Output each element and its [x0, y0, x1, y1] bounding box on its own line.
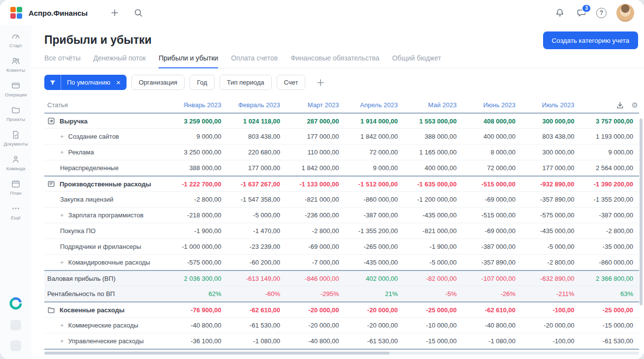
cell-value: -1 900,00 — [404, 243, 463, 250]
table-row[interactable]: Косвенные расходы-76 900,00-62 610,00-20… — [44, 301, 639, 317]
row-label: Выручка — [44, 117, 168, 125]
column-header-month: Июнь 2023 — [463, 101, 522, 109]
cell-value: 1 193 000,00 — [580, 133, 640, 140]
cell-value: -211% — [521, 290, 580, 298]
cell-value: -1 000 000,00 — [168, 243, 227, 250]
table-row[interactable]: Рентабельность по ВП62%-60%-295%21%-5%-2… — [44, 286, 639, 301]
sidebar-item-more[interactable]: Ещё — [4, 204, 28, 220]
table-row[interactable]: Подрядчики и фрилансеры-1 000 000,00-23 … — [44, 239, 639, 254]
topbar: Аспро.Финансы 3 ? — [0, 0, 644, 26]
row-label: +Зарплата программистов — [44, 211, 168, 219]
table-row[interactable]: +Зарплата программистов-218 000,00-5 000… — [44, 207, 639, 223]
cell-value: -23 239,00 — [227, 243, 287, 250]
add-icon[interactable] — [108, 6, 121, 19]
table-row[interactable]: Валовая прибыль (ВП)2 036 300,00-613 149… — [44, 270, 639, 286]
sidebar-item-label: План — [10, 190, 22, 196]
cell-value: -5 000,00 — [227, 211, 287, 219]
expand-plus-icon[interactable]: + — [60, 211, 64, 219]
row-label: Подрядчики и фрилансеры — [44, 243, 168, 250]
cell-value: -25 000,00 — [580, 306, 640, 314]
expand-plus-icon[interactable]: + — [60, 337, 64, 345]
table-row[interactable]: +Реклама3 250 000,00220 680,00110 000,00… — [44, 144, 639, 160]
tab-invoice-payments[interactable]: Оплата счетов — [231, 51, 278, 68]
table-row[interactable]: +Создание сайтов9 000,00803 438,00177 00… — [44, 128, 639, 144]
tab-general-budget[interactable]: Общий бюджет — [392, 51, 441, 68]
search-icon[interactable] — [132, 6, 145, 19]
aspro-logo-icon[interactable] — [10, 6, 23, 19]
notification-badge: 3 — [581, 4, 591, 13]
sidebar-item-documents[interactable]: Документы — [4, 130, 28, 147]
cell-value: -10 000,00 — [404, 322, 463, 329]
sidebar-item-team[interactable]: Команда — [4, 154, 28, 171]
row-name: Подрядчики и фрилансеры — [60, 243, 141, 250]
app-shortcut-icon-2[interactable] — [10, 340, 21, 351]
sidebar-item-projects[interactable]: Проекты — [4, 105, 28, 122]
tab-all-reports[interactable]: Все отчёты — [44, 51, 80, 68]
row-label: Производственные расходы — [44, 180, 168, 188]
chat-icon[interactable]: 3 — [577, 8, 586, 18]
horizontal-scrollbar[interactable] — [44, 352, 639, 355]
expand-plus-icon[interactable]: + — [60, 259, 64, 266]
avatar[interactable] — [616, 4, 634, 22]
table-row[interactable]: Нераспределенные388 000,00177 000,001 84… — [44, 160, 639, 176]
revenue-group-icon — [47, 117, 55, 125]
sidebar-item-operations[interactable]: Операции — [4, 81, 28, 97]
cell-value: 803 438,00 — [521, 133, 580, 140]
row-label: Валовая прибыль (ВП) — [44, 275, 168, 282]
row-name: Нераспределенные — [60, 164, 119, 172]
table-row[interactable]: +Управленческие расходы-36 100,00-1 080,… — [44, 333, 639, 349]
cell-value: 803 438,00 — [227, 133, 287, 140]
cell-value: -575 000,00 — [168, 259, 227, 266]
filter-chip-organization[interactable]: Организация — [131, 75, 185, 90]
report-tabs: Все отчётыДенежный потокПрибыли и убытки… — [32, 51, 644, 68]
expand-plus-icon[interactable]: + — [60, 149, 64, 156]
table-row[interactable]: Производственные расходы-1 222 700,00-1 … — [44, 176, 639, 191]
help-icon[interactable]: ? — [596, 8, 607, 18]
vertical-scrollbar[interactable] — [640, 119, 643, 305]
table-row[interactable]: Покупка ПО-1 900,00-1 470,00-2 800,00-1 … — [44, 223, 639, 239]
table-row[interactable]: Закупка лицензий-2 800,00-1 547 358,00-8… — [44, 191, 639, 207]
table-row[interactable]: Выручка3 259 000,001 024 118,00287 000,0… — [44, 113, 639, 128]
expand-plus-icon[interactable]: + — [60, 133, 64, 140]
cell-value: -860 000,00 — [345, 196, 404, 203]
filter-chip-account[interactable]: Счет — [277, 75, 306, 90]
app-shortcut-icon-1[interactable] — [10, 320, 21, 330]
add-filter-icon[interactable] — [313, 78, 328, 88]
cell-value: -40 800,00 — [286, 337, 345, 345]
sidebar-item-plan[interactable]: План — [4, 179, 28, 196]
cell-value: -515 000,00 — [463, 180, 522, 188]
cell-value: 9 000,00 — [168, 133, 227, 140]
cell-value: -357 890,00 — [463, 259, 522, 266]
column-header-article: Статья — [44, 101, 168, 109]
settings-gear-icon[interactable]: ⚙ — [632, 101, 638, 109]
filter-close-icon[interactable]: × — [114, 78, 127, 87]
cell-value: -62 610,00 — [463, 306, 522, 314]
cell-value: -932 890,00 — [521, 180, 580, 188]
cell-value: -218 000,00 — [168, 211, 227, 219]
default-filter-chip[interactable]: По умолчанию × — [44, 75, 127, 90]
bell-icon[interactable] — [553, 6, 567, 20]
tab-financial-obligations[interactable]: Финансовые обязательства — [290, 51, 379, 68]
table-row[interactable]: +Командировочные расходы-575 000,00-60 2… — [44, 254, 639, 270]
cell-value: -7 000,00 — [286, 259, 345, 266]
expand-plus-icon[interactable]: + — [60, 322, 64, 329]
cell-value: -15 000,00 — [404, 337, 463, 345]
tab-profit-loss[interactable]: Прибыли и убытки — [159, 51, 218, 68]
filter-chip-year[interactable]: Год — [190, 75, 215, 90]
sidebar-item-start[interactable]: Старт — [4, 31, 28, 48]
cell-value: -82 000,00 — [404, 275, 463, 282]
tab-cash-flow[interactable]: Денежный поток — [93, 51, 146, 68]
sidebar-item-label: Команда — [6, 166, 26, 171]
download-icon[interactable] — [616, 101, 624, 109]
cell-value: -100,00 — [521, 337, 580, 345]
cell-value: -1 547 358,00 — [227, 196, 287, 203]
cell-value: -15 000,00 — [580, 322, 640, 329]
create-category-button[interactable]: Создать категорию учета — [543, 31, 638, 49]
cell-value: -69 000,00 — [463, 227, 522, 235]
cell-value: 300 000,00 — [521, 149, 580, 156]
table-row[interactable]: +Коммерческие расходы-40 800,00-61 530,0… — [44, 317, 639, 333]
sidebar-item-clients[interactable]: Клиенты — [4, 56, 28, 73]
horizontal-scrollbar-thumb[interactable] — [44, 352, 389, 355]
aspro-cloud-logo-icon[interactable] — [9, 297, 22, 310]
filter-chip-period-type[interactable]: Тип периода — [220, 75, 272, 90]
